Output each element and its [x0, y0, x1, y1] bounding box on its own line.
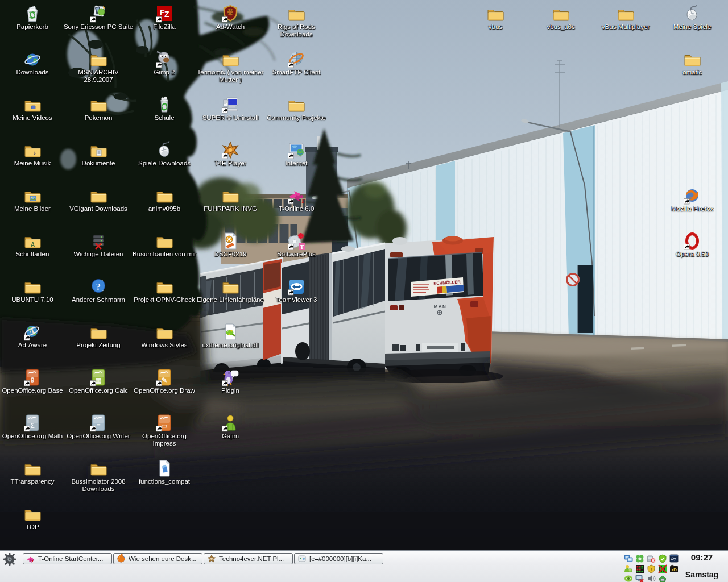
svg-text:▭: ▭: [161, 422, 167, 430]
svg-text:?: ?: [96, 281, 101, 292]
svg-text:♪: ♪: [33, 149, 36, 156]
svg-text:Z: Z: [164, 10, 169, 19]
svg-text:·T·: ·T·: [299, 197, 305, 204]
svg-text:A: A: [29, 327, 35, 336]
svg-text:MAN: MAN: [434, 304, 447, 309]
svg-text:T: T: [31, 559, 34, 563]
svg-text:T: T: [300, 244, 304, 250]
svg-text:A: A: [31, 242, 35, 248]
svg-text:✎: ✎: [162, 376, 167, 384]
svg-text:!: !: [651, 567, 652, 572]
svg-text:xD: xD: [671, 567, 677, 572]
svg-text:≡: ≡: [96, 422, 100, 430]
svg-text:Σ: Σ: [30, 422, 34, 430]
svg-text:9: 9: [31, 376, 35, 384]
svg-text:▦: ▦: [95, 376, 101, 384]
